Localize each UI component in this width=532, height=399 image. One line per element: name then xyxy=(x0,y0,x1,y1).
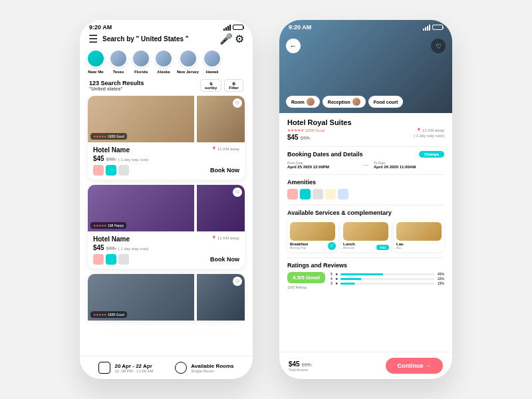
rooms-button[interactable]: Available RoomsSingle Room xyxy=(175,362,233,374)
service-laundry[interactable]: LauAny xyxy=(394,219,444,252)
hotel-card[interactable]: ★★★★★168 Happy♡ 📍 11 KM away Hotel Name … xyxy=(88,185,245,269)
status-time: 9:20 AM xyxy=(89,24,112,31)
signal-icon xyxy=(223,25,231,31)
back-button[interactable]: ← xyxy=(286,39,301,53)
ratings-header: Ratings and Reviews xyxy=(287,262,347,269)
distance: 📍 11 KM away xyxy=(211,235,239,240)
check-icon: ✓ xyxy=(328,242,336,250)
distance: 📍 11 KM away xyxy=(416,128,444,132)
calendar-icon xyxy=(98,362,110,374)
cat-alaska[interactable]: Alaska xyxy=(154,49,173,74)
menu-icon[interactable]: ☰ xyxy=(89,35,97,43)
dates-button[interactable]: 20 Apr - 22 Apr12 :00 PM - 11:00 AM xyxy=(98,362,153,374)
continue-button[interactable]: Continue → xyxy=(386,358,444,374)
rating-badge: ★★★★★168 Happy xyxy=(90,222,126,229)
mic-icon[interactable]: 🎤 xyxy=(222,35,230,43)
favorite-button[interactable]: ♡ xyxy=(233,188,242,197)
rating-text: ★★★★★ 1658 Good xyxy=(287,128,325,132)
add-button[interactable]: Add xyxy=(376,245,389,250)
search-screen: 9:20 AM ☰ Search by " United States " 🎤 … xyxy=(80,20,253,379)
cat-hawaii[interactable]: Hawaii xyxy=(203,49,221,74)
cat-near-me[interactable]: Near Me xyxy=(86,49,105,74)
amenity-icon xyxy=(325,189,336,200)
service-lunch[interactable]: LunchAfternoonAdd xyxy=(340,219,391,252)
amenity-icon xyxy=(287,189,298,200)
cat-newjersey[interactable]: New Jersey xyxy=(177,49,199,74)
services-header: Available Services & complementary xyxy=(287,209,392,216)
chip-reception[interactable]: Reception xyxy=(323,96,366,108)
book-button[interactable]: Book Now xyxy=(210,167,239,174)
status-bar: 9:20 AM xyxy=(80,20,253,32)
hero-image: 9:20 AM ← ♡ Room Reception Food court xyxy=(279,20,452,113)
search-input[interactable]: Search by " United States " xyxy=(102,35,217,43)
amenities-header: Amenities xyxy=(287,179,316,186)
results-query: "United states" xyxy=(89,86,144,91)
person-icon xyxy=(175,362,187,374)
detail-screen: 9:20 AM ← ♡ Room Reception Food court Ho… xyxy=(279,20,452,379)
filter-button[interactable]: ⚙Filter xyxy=(224,79,243,92)
amenity-icon xyxy=(313,189,323,200)
change-button[interactable]: Change xyxy=(419,151,444,158)
hotel-card[interactable]: ★★★★★1658 Good♡ xyxy=(88,274,245,321)
rating-badge: ★★★★★1658 Good xyxy=(90,133,127,140)
battery-icon xyxy=(233,25,243,30)
sort-button[interactable]: ⇅sortby xyxy=(200,79,221,92)
results-count: 123 Search Results xyxy=(89,80,144,86)
distance: 📍 11 KM away xyxy=(211,146,239,151)
category-row: Near Me Texas Florida Alaska New Jersey … xyxy=(80,45,253,78)
service-breakfast[interactable]: BreakfastMorning Only✓ xyxy=(287,219,338,252)
favorite-button[interactable]: ♡ xyxy=(233,98,242,108)
cat-texas[interactable]: Texas xyxy=(109,49,128,74)
hotel-card[interactable]: ★★★★★1658 Good♡ 📍 11 KM away Hotel Name … xyxy=(88,96,245,180)
book-button[interactable]: Book Now xyxy=(210,256,239,263)
amenity-icon xyxy=(338,189,348,200)
booking-header: Booking Dates and Details xyxy=(287,151,363,158)
favorite-button[interactable]: ♡ xyxy=(233,277,242,286)
rating-badge: ★★★★★1658 Good xyxy=(90,311,127,318)
cat-florida[interactable]: Florida xyxy=(132,49,150,74)
gear-icon[interactable]: ⚙ xyxy=(235,35,243,43)
favorite-button[interactable]: ♡ xyxy=(431,39,446,53)
hotel-name: Hotel Royal Suites xyxy=(287,118,444,126)
chip-room[interactable]: Room xyxy=(286,96,320,108)
chip-foodcourt[interactable]: Food court xyxy=(368,96,404,108)
rate-score: 4.5/5 Good xyxy=(287,272,325,283)
amenity-icon xyxy=(300,189,311,200)
